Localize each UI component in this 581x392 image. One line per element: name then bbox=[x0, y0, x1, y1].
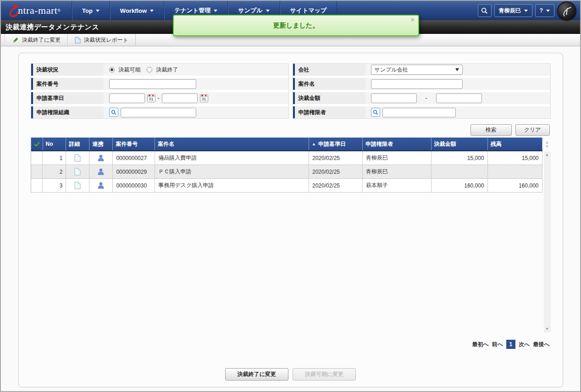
row-select-cell[interactable] bbox=[31, 179, 43, 192]
result-grid: No 詳細 連携 案件番号 案件名 ▲ 申請基準日 申請権限者 決裁金額 残高 … bbox=[31, 138, 542, 193]
chevron-down-icon bbox=[266, 10, 270, 12]
radio-finished[interactable] bbox=[147, 67, 152, 72]
badge-i-icon: i bbox=[560, 4, 574, 18]
page-prev-link[interactable]: 前へ bbox=[492, 341, 503, 348]
authority-user-input[interactable] bbox=[382, 108, 456, 117]
authority-org-field bbox=[104, 106, 288, 118]
search-icon bbox=[373, 110, 378, 115]
search-button[interactable]: 検索 bbox=[470, 124, 512, 136]
menu-sitemap-label: サイトマップ bbox=[290, 6, 327, 15]
row-base-date: 2020/02/25 bbox=[309, 165, 363, 178]
header-amount[interactable]: 決裁金額 bbox=[432, 138, 488, 150]
row-applicant: 青柳辰巳 bbox=[363, 165, 432, 178]
triangle-down-icon: ▼ bbox=[545, 144, 549, 149]
radio-finished-label[interactable]: 決裁終了 bbox=[156, 66, 178, 74]
close-icon[interactable]: × bbox=[411, 16, 415, 23]
row-no: 3 bbox=[43, 179, 66, 192]
base-date-from-input[interactable] bbox=[109, 94, 145, 103]
row-case-number: 0000000027 bbox=[113, 151, 155, 165]
row-case-name: ＰＣ購入申請 bbox=[155, 165, 309, 178]
calendar-icon[interactable]: 31 bbox=[147, 94, 155, 102]
global-search-button[interactable] bbox=[478, 4, 492, 17]
page-next-link[interactable]: 次へ bbox=[519, 341, 530, 348]
company-select[interactable]: サンプル会社 bbox=[371, 65, 463, 75]
row-case-name: 事務用デスク購入申請 bbox=[155, 179, 309, 192]
field-label: 案件名 bbox=[293, 78, 365, 90]
case-name-input[interactable] bbox=[371, 79, 463, 89]
menu-top[interactable]: Top bbox=[72, 1, 110, 20]
menu-workflow[interactable]: Workflow bbox=[110, 1, 164, 20]
radio-approvable-label[interactable]: 決裁可能 bbox=[119, 66, 141, 74]
scroll-up-icon[interactable]: ▲ bbox=[544, 153, 551, 157]
base-date-to-input[interactable] bbox=[162, 94, 198, 103]
org-lookup-button[interactable] bbox=[109, 108, 118, 117]
amount-from-input[interactable] bbox=[371, 94, 417, 103]
user-lookup-button[interactable] bbox=[371, 108, 380, 117]
search-icon bbox=[111, 110, 116, 115]
row-balance: 15,000 bbox=[488, 151, 542, 165]
document-icon bbox=[75, 37, 81, 44]
header-balance[interactable]: 残高 bbox=[488, 138, 542, 150]
logo-text: ntra-mart bbox=[18, 5, 57, 17]
header-base-date[interactable]: ▲ 申請基準日 bbox=[309, 138, 363, 150]
calendar-icon[interactable]: 31 bbox=[200, 94, 208, 102]
check-icon bbox=[34, 141, 40, 147]
chevron-down-icon bbox=[96, 10, 100, 12]
page-first-link[interactable]: 最初へ bbox=[472, 341, 488, 348]
header-applicant[interactable]: 申請権限者 bbox=[363, 138, 432, 150]
grid-scroll-buttons[interactable]: ▲▼ bbox=[544, 138, 551, 151]
amount-to-input[interactable] bbox=[436, 94, 482, 103]
select-all-header[interactable] bbox=[31, 138, 43, 150]
case-number-input[interactable] bbox=[109, 79, 196, 89]
row-base-date: 2020/02/25 bbox=[309, 179, 363, 192]
detail-cell[interactable] bbox=[66, 165, 89, 178]
change-to-finished-button[interactable]: 決裁終了に変更 bbox=[225, 368, 288, 381]
form-row-approval-amount: 決裁金額 - bbox=[293, 92, 550, 104]
company-field: サンプル会社 bbox=[365, 64, 550, 76]
header-case-name[interactable]: 案件名 bbox=[155, 138, 309, 150]
header-link[interactable]: 連携 bbox=[89, 138, 113, 150]
table-row[interactable]: 1 0000000027 備品購入費申請 2020/02/25 青柳辰巳 15,… bbox=[31, 151, 542, 165]
user-menu-button[interactable]: 青柳辰巳 bbox=[494, 4, 532, 17]
person-icon bbox=[98, 182, 104, 189]
row-case-name: 備品購入費申請 bbox=[155, 151, 309, 165]
toolbar-change-to-finished-button[interactable]: 決裁終了に変更 bbox=[5, 34, 68, 46]
detail-cell[interactable] bbox=[66, 151, 89, 165]
grid-scrollbar[interactable]: ▲▼ ▲ ▼ bbox=[544, 138, 551, 332]
header-no[interactable]: No bbox=[43, 138, 66, 150]
range-separator: - bbox=[426, 95, 427, 101]
search-form-right-column: 会社 サンプル会社 案件名 決裁金額 bbox=[293, 63, 551, 119]
grid-header-row: No 詳細 連携 案件番号 案件名 ▲ 申請基準日 申請権限者 決裁金額 残高 bbox=[31, 138, 542, 151]
link-cell[interactable] bbox=[89, 151, 113, 165]
row-select-cell[interactable] bbox=[31, 151, 43, 165]
field-label: 決裁金額 bbox=[293, 92, 365, 104]
detail-cell[interactable] bbox=[66, 179, 89, 192]
clear-button[interactable]: クリア bbox=[515, 124, 550, 136]
radio-approvable[interactable] bbox=[109, 67, 115, 72]
search-actions: 検索 クリア bbox=[31, 124, 550, 136]
authority-org-input[interactable] bbox=[121, 108, 196, 117]
document-icon bbox=[74, 182, 81, 189]
toolbar-status-report-button[interactable]: 決裁状況レポート bbox=[68, 34, 136, 46]
field-label: 案件番号 bbox=[31, 78, 104, 90]
help-menu-button[interactable]: ? bbox=[535, 4, 554, 17]
pencil-icon bbox=[12, 37, 19, 44]
intra-mart-badge-icon[interactable]: i bbox=[557, 1, 576, 21]
link-cell[interactable] bbox=[89, 165, 113, 178]
table-row[interactable]: 2 0000000029 ＰＣ購入申請 2020/02/25 青柳辰巳 bbox=[31, 165, 542, 179]
authority-user-field bbox=[365, 106, 550, 118]
person-icon bbox=[98, 168, 104, 175]
svg-text:i: i bbox=[565, 6, 568, 17]
row-case-number: 0000000030 bbox=[113, 179, 155, 192]
search-form: 決裁状況 決裁可能 決裁終了 案件番号 申請基準日 bbox=[31, 63, 551, 119]
header-detail[interactable]: 詳細 bbox=[66, 138, 89, 150]
intra-mart-logo: ntra-mart ® bbox=[1, 1, 72, 20]
link-cell[interactable] bbox=[89, 179, 113, 192]
header-case-number[interactable]: 案件番号 bbox=[113, 138, 155, 150]
row-amount: 160,000 bbox=[432, 179, 488, 192]
scroll-down-icon[interactable]: ▼ bbox=[544, 327, 551, 331]
scrollbar-track[interactable]: ▲ ▼ bbox=[544, 151, 551, 332]
page-last-link[interactable]: 最後へ bbox=[533, 341, 549, 348]
table-row[interactable]: 3 0000000030 事務用デスク購入申請 2020/02/25 萩本順子 … bbox=[31, 179, 542, 193]
row-select-cell[interactable] bbox=[31, 165, 43, 178]
